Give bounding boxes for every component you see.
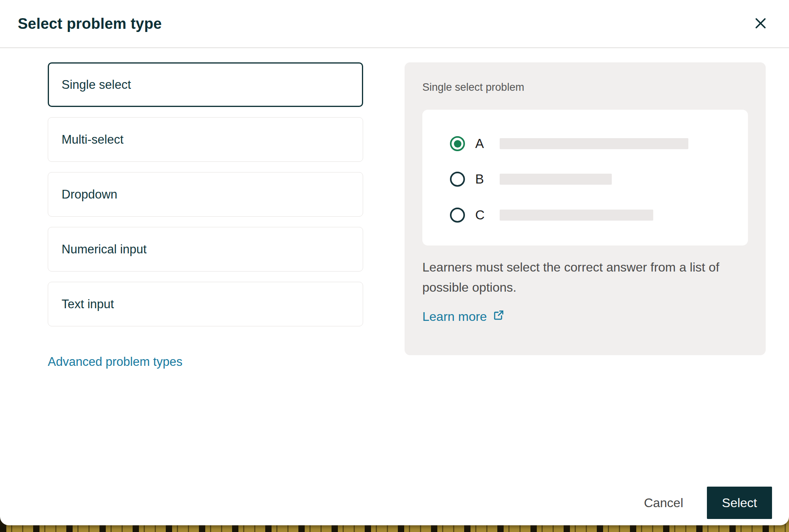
problem-type-card-numerical-input[interactable]: Numerical input [48,227,363,272]
close-x-icon [753,16,768,32]
page-background: { "dialog": { "title": "Select problem t… [0,0,789,532]
dialog-title: Select problem type [18,15,162,32]
problem-type-card-multi-select[interactable]: Multi-select [48,117,363,162]
preview-option-row-c: C [450,207,653,223]
problem-type-card-single-select[interactable]: Single select [48,62,363,107]
external-link-icon [493,309,504,324]
learn-more-link[interactable]: Learn more [422,309,504,324]
radio-unselected-icon [450,172,465,187]
advanced-problem-types-link[interactable]: Advanced problem types [48,355,182,369]
preview-example-card: A B C [422,110,748,245]
placeholder-text-bar [500,210,653,221]
preview-panel: Single select problem A B C Learners mus… [405,62,766,355]
problem-type-label: Single select [62,78,131,92]
problem-type-card-text-input[interactable]: Text input [48,282,363,326]
select-problem-type-dialog: Select problem type Single select Multi-… [0,0,789,525]
close-button[interactable] [750,13,771,34]
preview-option-row-a: A [450,136,688,152]
problem-type-list: Single select Multi-select Dropdown Nume… [48,62,363,369]
problem-type-label: Multi-select [62,133,124,147]
placeholder-text-bar [500,174,612,185]
placeholder-text-bar [500,138,688,149]
problem-type-label: Text input [62,297,114,311]
preview-option-row-b: B [450,171,612,187]
dialog-footer: Cancel Select [641,487,772,519]
problem-type-label: Numerical input [62,242,146,257]
option-letter: C [475,208,489,223]
radio-unselected-icon [450,208,465,223]
preview-heading: Single select problem [422,81,524,94]
option-letter: A [475,136,489,151]
radio-selected-icon [450,136,465,151]
learn-more-label: Learn more [422,309,487,324]
dialog-header: Select problem type [0,0,789,48]
problem-type-card-dropdown[interactable]: Dropdown [48,172,363,217]
preview-description: Learners must select the correct answer … [422,257,745,298]
problem-type-label: Dropdown [62,187,117,202]
option-letter: B [475,172,489,187]
select-button[interactable]: Select [707,487,772,519]
cancel-button[interactable]: Cancel [641,492,686,514]
